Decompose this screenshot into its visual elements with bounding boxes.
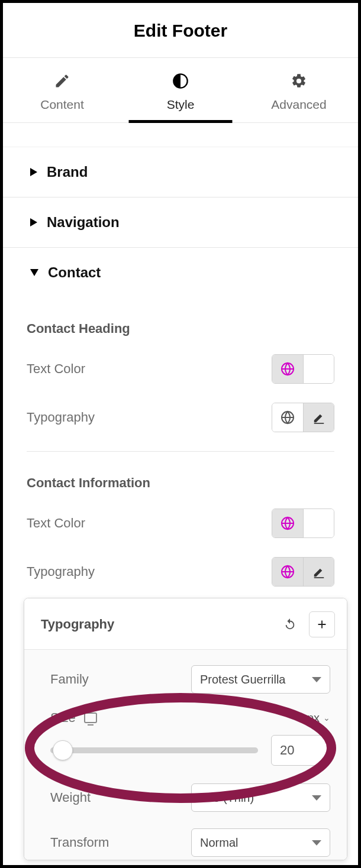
- tab-advanced[interactable]: Advanced: [240, 58, 358, 122]
- pencil-icon: [54, 73, 70, 89]
- color-swatch[interactable]: [303, 509, 334, 537]
- family-value: Protest Guerrilla: [200, 673, 286, 686]
- globe-icon: [281, 516, 295, 530]
- tab-label: Style: [167, 98, 195, 112]
- size-slider-row: 20: [50, 735, 330, 766]
- undo-icon: [283, 618, 296, 631]
- family-label: Family: [50, 672, 89, 687]
- popover-body: Family Protest Guerrilla Size px ⌄ 20 We…: [24, 650, 347, 860]
- globe-icon: [281, 362, 295, 376]
- tab-style[interactable]: Style: [121, 58, 240, 122]
- color-control[interactable]: [272, 509, 334, 538]
- contact-panel: Contact Heading Text Color Typography Co…: [3, 321, 358, 587]
- popover-header: Typography: [24, 598, 347, 650]
- edit-typography-button[interactable]: [303, 403, 334, 432]
- size-input[interactable]: 20: [271, 735, 330, 766]
- size-row-header: Size px ⌄: [50, 710, 330, 726]
- section-title: Brand: [47, 164, 88, 180]
- section-toggle-brand[interactable]: Brand: [3, 147, 358, 197]
- color-control[interactable]: [272, 354, 334, 384]
- add-button[interactable]: [309, 611, 335, 637]
- desktop-icon[interactable]: [84, 712, 97, 723]
- page-title: Edit Footer: [3, 21, 358, 41]
- caret-down-icon: [30, 269, 38, 276]
- chevron-down-icon: [312, 795, 321, 801]
- chevron-down-icon: [312, 677, 321, 682]
- typography-label: Typography: [27, 410, 95, 425]
- section-title: Contact: [48, 264, 101, 281]
- edit-typography-button[interactable]: [303, 558, 334, 586]
- weight-dropdown[interactable]: 100 (Thin): [191, 783, 330, 812]
- text-color-label: Text Color: [27, 361, 85, 377]
- chevron-down-icon: [312, 840, 321, 846]
- unit-selector[interactable]: px ⌄: [307, 711, 330, 725]
- gear-icon: [291, 73, 307, 89]
- transform-dropdown[interactable]: Normal: [191, 828, 330, 857]
- pencil-icon: [312, 411, 325, 424]
- weight-row: Weight 100 (Thin): [50, 783, 330, 812]
- tab-label: Content: [40, 98, 84, 112]
- caret-right-icon: [30, 168, 37, 176]
- control-row-typography-info: Typography: [27, 557, 334, 587]
- typography-control[interactable]: [272, 403, 334, 432]
- global-typography-toggle[interactable]: [272, 558, 303, 586]
- tab-label: Advanced: [271, 98, 326, 112]
- plus-icon: [315, 618, 328, 631]
- slider-thumb[interactable]: [53, 740, 73, 760]
- typography-label: Typography: [27, 564, 95, 579]
- contact-heading-subhead: Contact Heading: [27, 321, 334, 336]
- size-slider[interactable]: [50, 747, 258, 753]
- transform-label: Transform: [50, 835, 109, 850]
- section-toggle-contact[interactable]: Contact: [3, 248, 358, 297]
- svg-rect-3: [314, 423, 324, 424]
- half-circle-icon: [172, 73, 189, 89]
- section-title: Navigation: [47, 214, 120, 231]
- transform-row: Transform Normal: [50, 828, 330, 857]
- weight-label: Weight: [50, 790, 91, 805]
- family-row: Family Protest Guerrilla: [50, 665, 330, 694]
- transform-value: Normal: [200, 836, 238, 850]
- divider: [27, 451, 334, 452]
- tab-content[interactable]: Content: [3, 58, 121, 122]
- globe-icon: [281, 565, 295, 579]
- family-dropdown[interactable]: Protest Guerrilla: [191, 665, 330, 694]
- global-color-toggle[interactable]: [272, 355, 303, 383]
- control-row-text-color: Text Color: [27, 354, 334, 384]
- control-row-typography: Typography: [27, 403, 334, 432]
- global-color-toggle[interactable]: [272, 509, 303, 537]
- popover-title: Typography: [41, 617, 114, 632]
- weight-value: 100 (Thin): [200, 791, 254, 805]
- typography-popover: Typography Family Protest Guerrilla Size…: [24, 598, 347, 860]
- unit-value: px: [307, 711, 320, 725]
- popover-actions: [277, 611, 335, 637]
- caret-right-icon: [30, 218, 37, 226]
- panel-header: Edit Footer: [3, 3, 358, 58]
- contact-info-subhead: Contact Information: [27, 475, 334, 491]
- svg-rect-6: [314, 577, 324, 578]
- size-label: Size: [50, 710, 76, 726]
- control-row-text-color-info: Text Color: [27, 509, 334, 538]
- global-typography-toggle[interactable]: [272, 403, 303, 432]
- globe-icon: [281, 410, 295, 425]
- reset-button[interactable]: [277, 611, 303, 637]
- text-color-label: Text Color: [27, 516, 85, 531]
- tabs: Content Style Advanced: [3, 58, 358, 123]
- typography-control[interactable]: [272, 557, 334, 587]
- pencil-icon: [312, 565, 325, 578]
- size-value: 20: [280, 743, 294, 758]
- section-toggle-navigation[interactable]: Navigation: [3, 197, 358, 248]
- color-swatch[interactable]: [303, 355, 334, 383]
- chevron-down-icon: ⌄: [323, 713, 330, 723]
